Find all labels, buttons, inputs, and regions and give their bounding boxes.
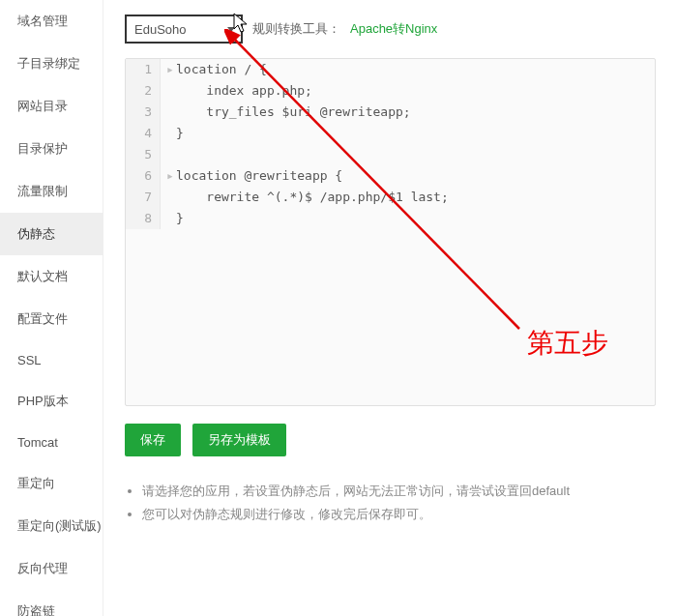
sidebar-item[interactable]: 默认文档 (0, 255, 103, 298)
hint-item: 您可以对伪静态规则进行修改，修改完后保存即可。 (142, 503, 656, 526)
annotation-text: 第五步 (527, 325, 608, 362)
code-text: rewrite ^(.*)$ /app.php/$1 last; (161, 187, 655, 208)
sidebar-item[interactable]: 重定向(测试版) (0, 505, 103, 547)
code-line: 7 rewrite ^(.*)$ /app.php/$1 last; (126, 187, 655, 208)
code-line: 1▸location / { (126, 59, 655, 80)
sidebar-item[interactable]: 目录保护 (0, 128, 103, 170)
sidebar-item[interactable]: PHP版本 (0, 380, 103, 423)
line-number: 6 (126, 165, 161, 187)
sidebar-item[interactable]: 流量限制 (0, 170, 103, 213)
code-line: 3 try_files $uri @rewriteapp; (126, 102, 655, 123)
code-text: try_files $uri @rewriteapp; (161, 102, 655, 123)
sidebar-item[interactable]: SSL (0, 340, 103, 380)
sidebar-item[interactable]: 网站目录 (0, 85, 103, 128)
sidebar-item[interactable]: 伪静态 (0, 213, 103, 255)
code-text: index app.php; (161, 80, 655, 102)
sidebar: 域名管理子目录绑定网站目录目录保护流量限制伪静态默认文档配置文件SSLPHP版本… (0, 0, 103, 616)
line-number: 7 (126, 187, 161, 208)
line-number: 3 (126, 102, 161, 123)
line-number: 5 (126, 144, 161, 165)
tool-label: 规则转换工具： (252, 20, 340, 38)
cursor-icon (233, 13, 250, 36)
code-line: 2 index app.php; (126, 80, 655, 102)
template-select-wrap: EduSoho (125, 15, 243, 44)
sidebar-item[interactable]: 配置文件 (0, 298, 103, 340)
code-line: 8 } (126, 208, 655, 229)
code-text (161, 144, 655, 165)
main-panel: EduSoho 规则转换工具： Apache转Nginx 1▸location … (103, 0, 677, 616)
sidebar-item[interactable]: 子目录绑定 (0, 43, 103, 85)
code-line: 4 } (126, 123, 655, 144)
sidebar-item[interactable]: 域名管理 (0, 0, 103, 43)
line-number: 1 (126, 59, 161, 80)
template-select[interactable]: EduSoho (125, 15, 243, 44)
sidebar-item[interactable]: 反向代理 (0, 547, 103, 590)
line-number: 8 (126, 208, 161, 229)
sidebar-item[interactable]: 重定向 (0, 462, 103, 505)
line-number: 4 (126, 123, 161, 144)
hints-list: 请选择您的应用，若设置伪静态后，网站无法正常访问，请尝试设置回default您可… (125, 480, 656, 526)
top-row: EduSoho 规则转换工具： Apache转Nginx (125, 15, 656, 44)
code-text: ▸location @rewriteapp { (161, 165, 655, 187)
hint-item: 请选择您的应用，若设置伪静态后，网站无法正常访问，请尝试设置回default (142, 480, 656, 503)
apache-to-nginx-link[interactable]: Apache转Nginx (350, 20, 437, 38)
code-line: 6▸location @rewriteapp { (126, 165, 655, 187)
code-text: } (161, 123, 655, 144)
save-as-template-button[interactable]: 另存为模板 (192, 424, 286, 456)
sidebar-item[interactable]: 防盗链 (0, 590, 103, 616)
code-text: ▸location / { (161, 59, 655, 80)
code-text: } (161, 208, 655, 229)
save-button[interactable]: 保存 (125, 424, 181, 456)
sidebar-item[interactable]: Tomcat (0, 423, 103, 462)
button-row: 保存 另存为模板 (125, 424, 656, 456)
line-number: 2 (126, 80, 161, 102)
code-line: 5 (126, 144, 655, 165)
app-root: 域名管理子目录绑定网站目录目录保护流量限制伪静态默认文档配置文件SSLPHP版本… (0, 0, 677, 616)
